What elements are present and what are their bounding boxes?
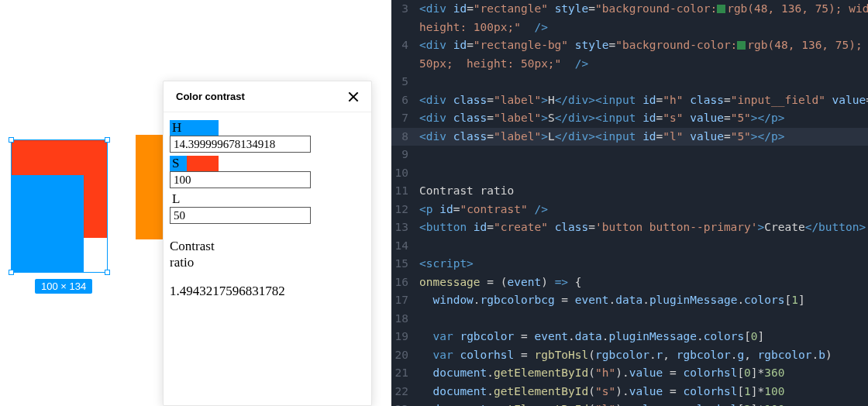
code-line[interactable]: 15<script>: [391, 255, 868, 274]
code-line[interactable]: 7<div class="label">S</div><input id="s"…: [391, 109, 868, 128]
lightness-label: L: [172, 191, 180, 207]
contrast-label-line1: Contrast: [170, 238, 365, 254]
code-line[interactable]: height: 100px;" />: [391, 19, 868, 37]
plugin-title: Color contrast: [176, 91, 245, 102]
saturation-label: S: [172, 156, 179, 171]
lightness-input[interactable]: [170, 207, 311, 224]
contrast-label-line2: ratio: [170, 254, 365, 270]
code-line[interactable]: 4<div id="rectangle-bg" style="backgroun…: [391, 36, 868, 55]
code-line[interactable]: 3<div id="rectangle" style="background-c…: [391, 0, 868, 19]
plugin-body: H S L Contrast ratio 1.4943217596831782: [164, 112, 371, 307]
code-line[interactable]: 50px; height: 50px;" />: [391, 55, 868, 74]
plugin-panel: Color contrast H S L Contrast ratio 1.49…: [163, 81, 372, 406]
design-canvas[interactable]: 100 × 134: [0, 0, 163, 406]
selection-dimensions-badge: 100 × 134: [35, 279, 92, 294]
code-line[interactable]: 6<div class="label">H</div><input id="h"…: [391, 91, 868, 110]
code-line[interactable]: 5: [391, 73, 868, 91]
side-rectangle[interactable]: [136, 135, 163, 239]
resize-handle-top-left[interactable]: [9, 137, 14, 143]
selection-outline: [11, 139, 108, 273]
code-line[interactable]: 19 var rgbcolor = event.data.pluginMessa…: [391, 328, 868, 346]
code-line[interactable]: 21 document.getElementById("h").value = …: [391, 364, 868, 383]
code-line[interactable]: 11Contrast ratio: [391, 182, 868, 201]
code-line[interactable]: 10: [391, 164, 868, 183]
saturation-bar: [170, 156, 365, 171]
code-line[interactable]: 17 window.rgbcolorbcg = event.data.plugi…: [391, 291, 868, 310]
close-icon[interactable]: [348, 91, 359, 102]
code-line[interactable]: 22 document.getElementById("s").value = …: [391, 383, 868, 401]
saturation-input[interactable]: [170, 171, 311, 188]
hue-bar: [170, 120, 365, 136]
lightness-field: L: [170, 191, 365, 224]
hue-input[interactable]: [170, 136, 311, 153]
code-line[interactable]: 9: [391, 146, 868, 164]
resize-handle-bottom-right[interactable]: [105, 270, 110, 275]
hue-label: H: [172, 120, 181, 136]
resize-handle-top-right[interactable]: [105, 137, 110, 143]
code-line[interactable]: 16onmessage = (event) => {: [391, 274, 868, 292]
code-line[interactable]: 12<p id="contrast" />: [391, 201, 868, 219]
contrast-ratio-label: Contrast ratio: [170, 238, 365, 271]
resize-handle-bottom-left[interactable]: [9, 270, 14, 275]
code-line[interactable]: 20 var colorhsl = rgbToHsl(rgbcolor.r, r…: [391, 346, 868, 365]
saturation-field: S: [170, 156, 365, 188]
code-line[interactable]: 8<div class="label">L</div><input id="l"…: [391, 128, 868, 146]
code-editor[interactable]: 3<div id="rectangle" style="background-c…: [391, 0, 868, 406]
code-line[interactable]: 13<button id="create" class='button butt…: [391, 218, 868, 237]
hue-field: H: [170, 120, 365, 153]
code-line[interactable]: 18: [391, 310, 868, 329]
code-line[interactable]: 23 document.getElementById("l").value = …: [391, 401, 868, 406]
code-line[interactable]: 14: [391, 237, 868, 256]
plugin-header[interactable]: Color contrast: [164, 81, 371, 112]
contrast-ratio-value: 1.4943217596831782: [170, 284, 365, 299]
lightness-bar: [170, 191, 365, 207]
